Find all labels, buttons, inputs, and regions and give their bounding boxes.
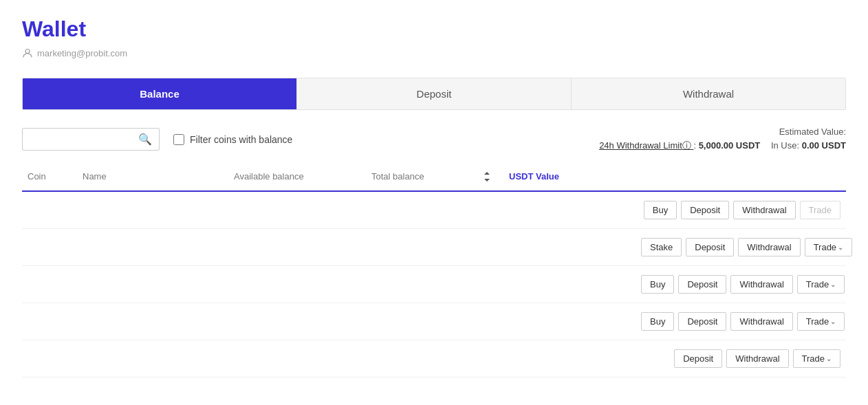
estimated-label: Estimated Value:: [599, 127, 846, 137]
user-row: marketing@probit.com: [22, 47, 846, 58]
chevron-down-icon: ⌄: [826, 355, 832, 362]
col-total: Total balance: [366, 168, 476, 185]
tab-balance[interactable]: Balance: [23, 78, 297, 109]
table-body: Buy Deposit Withdrawal Trade Stake Depos…: [22, 192, 846, 377]
cell-coin: [22, 208, 77, 213]
row-actions: Deposit Withdrawal Trade ⌄: [674, 349, 846, 368]
withdrawal-button[interactable]: Withdrawal: [726, 349, 788, 368]
filter-checkbox[interactable]: [173, 134, 184, 145]
cell-total: [366, 356, 476, 362]
cell-sort: [476, 245, 503, 250]
table-row: Deposit Withdrawal Trade ⌄: [22, 340, 846, 377]
row-actions: Buy Deposit Withdrawal Trade: [644, 201, 846, 219]
table-row: Buy Deposit Withdrawal Trade ⌄: [22, 266, 846, 303]
cell-available: [228, 319, 366, 325]
user-icon: [22, 47, 33, 58]
cell-available: [228, 208, 366, 213]
cell-name: [77, 282, 228, 287]
cell-coin: [22, 282, 77, 287]
filter-text: Filter coins with balance: [190, 134, 292, 145]
deposit-button[interactable]: Deposit: [678, 312, 726, 331]
table-header: Coin Name Available balance Total balanc…: [22, 163, 846, 192]
cell-sort: [476, 319, 503, 325]
col-available: Available balance: [228, 168, 366, 185]
filter-label[interactable]: Filter coins with balance: [173, 134, 292, 145]
cell-name: [77, 319, 228, 325]
table-row: Buy Deposit Withdrawal Trade: [22, 192, 846, 229]
cell-usdt: [503, 356, 641, 362]
cell-available: [228, 245, 366, 250]
sort-button[interactable]: [476, 168, 503, 185]
withdrawal-button[interactable]: Withdrawal: [738, 238, 800, 256]
search-input[interactable]: [30, 134, 134, 145]
row-actions: Stake Deposit Withdrawal Trade ⌄: [641, 238, 858, 256]
cell-coin: [22, 356, 77, 362]
cell-available: [228, 356, 366, 362]
cell-usdt: [503, 282, 641, 287]
cell-total: [366, 319, 476, 325]
buy-button[interactable]: Buy: [641, 275, 674, 294]
withdrawal-limit-value: 5,000.00 USDT: [699, 140, 761, 151]
col-coin: Coin: [22, 168, 77, 185]
cell-name: [77, 208, 228, 213]
deposit-button[interactable]: Deposit: [686, 238, 734, 256]
buy-button[interactable]: Buy: [641, 312, 674, 331]
trade-button[interactable]: Trade ⌄: [797, 312, 845, 331]
cell-total: [366, 245, 476, 250]
controls-row: 🔍 Filter coins with balance Estimated Va…: [22, 127, 846, 152]
buy-button[interactable]: Buy: [644, 201, 677, 219]
withdrawal-button[interactable]: Withdrawal: [730, 275, 792, 294]
cell-sort: [476, 282, 503, 287]
withdrawal-limit-link[interactable]: 24h Withdrawal Limitⓘ: [599, 140, 693, 151]
col-actions: [641, 168, 846, 185]
trade-button[interactable]: Trade ⌄: [797, 275, 845, 294]
cell-sort: [476, 208, 503, 213]
stake-button[interactable]: Stake: [641, 238, 682, 256]
page-title: Wallet: [22, 17, 846, 42]
col-name: Name: [77, 168, 228, 185]
row-actions: Buy Deposit Withdrawal Trade ⌄: [641, 275, 850, 294]
svg-point-0: [25, 50, 30, 54]
cell-usdt: [503, 245, 641, 250]
cell-coin: [22, 245, 77, 250]
cell-name: [77, 356, 228, 362]
tab-deposit[interactable]: Deposit: [297, 78, 572, 109]
cell-usdt: [503, 319, 641, 325]
table-row: Buy Deposit Withdrawal Trade ⌄: [22, 303, 846, 340]
cell-total: [366, 208, 476, 213]
cell-sort: [476, 356, 503, 362]
table-row: Stake Deposit Withdrawal Trade ⌄: [22, 229, 846, 266]
trade-button: Trade: [800, 201, 840, 219]
row-actions: Buy Deposit Withdrawal Trade ⌄: [641, 312, 850, 331]
withdrawal-info: 24h Withdrawal Limitⓘ : 5,000.00 USDT In…: [599, 140, 846, 152]
user-email: marketing@probit.com: [37, 48, 127, 58]
chevron-down-icon: ⌄: [838, 243, 843, 251]
search-box: 🔍: [22, 128, 160, 151]
cell-available: [228, 282, 366, 287]
deposit-button[interactable]: Deposit: [678, 275, 726, 294]
withdrawal-button[interactable]: Withdrawal: [730, 312, 792, 331]
cell-name: [77, 245, 228, 250]
cell-usdt: [503, 208, 641, 213]
withdrawal-limit-label: 24h Withdrawal Limit: [599, 140, 682, 151]
tabs-container: Balance Deposit Withdrawal: [22, 78, 846, 110]
deposit-button[interactable]: Deposit: [674, 349, 722, 368]
estimated-section: Estimated Value: 24h Withdrawal Limitⓘ :…: [599, 127, 846, 152]
col-usdt: USDT Value: [503, 168, 641, 185]
wallet-page: Wallet marketing@probit.com Balance Depo…: [0, 0, 868, 405]
chevron-down-icon: ⌄: [830, 281, 836, 288]
deposit-button[interactable]: Deposit: [681, 201, 729, 219]
withdrawal-button[interactable]: Withdrawal: [733, 201, 795, 219]
cell-total: [366, 282, 476, 287]
trade-button[interactable]: Trade ⌄: [793, 349, 840, 368]
in-use-label: In Use: 0.00 USDT: [771, 140, 846, 151]
chevron-down-icon: ⌄: [830, 318, 836, 325]
in-use-value: 0.00 USDT: [802, 140, 846, 151]
cell-coin: [22, 319, 77, 325]
tab-withdrawal[interactable]: Withdrawal: [572, 78, 845, 109]
trade-button[interactable]: Trade ⌄: [805, 238, 852, 256]
search-icon: 🔍: [138, 133, 152, 146]
